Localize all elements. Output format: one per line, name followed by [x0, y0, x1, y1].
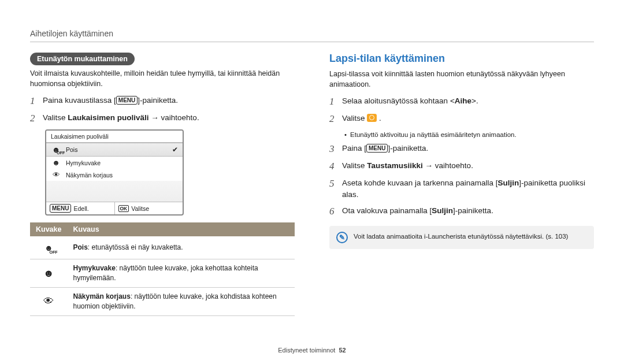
- left-column: Etunäytön mukauttaminen Voit ilmaista ku…: [30, 53, 295, 316]
- step-text: Ota valokuva painamalla [Suljin]-painike…: [342, 205, 493, 217]
- off-icon: ☻OFF: [51, 146, 61, 154]
- menu-badge-icon: MENU: [366, 144, 388, 153]
- table-header-icon: Kuvake: [30, 222, 67, 236]
- step-6: 6 Ota valokuva painamalla [Suljin]-paini…: [329, 205, 594, 218]
- bold-text: Laukaisimen puoliväli: [68, 113, 148, 122]
- text: ]-painiketta.: [138, 96, 178, 105]
- mock-row-selected[interactable]: ☻OFF Pois ✔: [46, 143, 183, 157]
- mock-row[interactable]: 👁 Näkymän korjaus: [46, 169, 183, 181]
- ok-badge-icon: OK: [118, 205, 129, 212]
- step-number: 2: [30, 112, 43, 125]
- step-text: Paina kuvaustilassa [MENU]-painiketta.: [43, 95, 178, 106]
- step-number: 5: [329, 177, 342, 190]
- step-text: Aseta kohde kuvaan ja tarkenna painamall…: [342, 177, 594, 200]
- step-2-bullet: • Etunäyttö aktivoituu ja näyttää esimää…: [344, 130, 594, 139]
- table-header-desc: Kuvaus: [67, 222, 295, 236]
- mock-ok-label: Valitse: [131, 205, 149, 212]
- cell-desc: Pois: etunäytössä ei näy kuvaketta.: [67, 236, 295, 259]
- bold-text: Pois: [73, 243, 87, 251]
- step-1: 1 Selaa aloitusnäytössä kohtaan <Aihe>.: [329, 95, 594, 108]
- mock-row-label: Pois: [66, 146, 168, 153]
- top-divider: [30, 42, 594, 42]
- text: Ota valokuva painamalla [: [342, 206, 432, 215]
- mock-bottom-bar: MENU Edell. OK Valitse: [46, 202, 183, 214]
- cell-desc: Hymykuvake: näyttöön tulee kuvake, joka …: [67, 259, 295, 288]
- text: Valitse: [342, 114, 367, 122]
- right-column: Lapsi-tilan käyttäminen Lapsi-tilassa vo…: [329, 53, 594, 316]
- info-text: Voit ladata animaatioita i-Launcherista …: [354, 232, 568, 241]
- step-number: 6: [329, 205, 342, 218]
- bold-text: Taustamusiikki: [367, 161, 423, 170]
- step-text: Valitse Taustamusiikki → vaihtoehto.: [342, 160, 473, 172]
- text: ]-painiketta.: [388, 144, 428, 153]
- bold-text: Suljin: [497, 179, 519, 187]
- text: Paina kuvaustilassa [: [43, 96, 116, 105]
- step-number: 1: [329, 95, 342, 108]
- bullet-icon: •: [344, 130, 347, 139]
- text: Aseta kohde kuvaan ja tarkenna painamall…: [342, 179, 497, 187]
- table-row: ☻ Hymykuvake: näyttöön tulee kuvake, jok…: [30, 259, 295, 288]
- bold-text: Näkymän korjaus: [73, 292, 130, 300]
- text: Paina [: [342, 144, 366, 153]
- step-text: Valitse .: [342, 113, 381, 124]
- camera-screen-mock: Laukaisimen puoliväli ☻OFF Pois ✔ ☻ Hymy…: [45, 129, 184, 216]
- text: ]-painiketta.: [453, 206, 493, 215]
- info-box: ✎ Voit ladata animaatioita i-Launcherist…: [329, 226, 594, 249]
- step-1: 1 Paina kuvaustilassa [MENU]-painiketta.: [30, 95, 295, 107]
- text: Valitse: [342, 161, 367, 170]
- step-2: 2 Valitse .: [329, 113, 594, 125]
- bullet-text: Etunäyttö aktivoituu ja näyttää esimääri…: [350, 130, 517, 139]
- text: : etunäytössä ei näy kuvaketta.: [88, 243, 183, 251]
- mock-ok-button[interactable]: OK Valitse: [114, 202, 183, 214]
- mode-chip-icon: [367, 114, 377, 122]
- menu-badge-icon: MENU: [116, 96, 138, 105]
- cell-desc: Näkymän korjaus: näyttöön tulee kuvake, …: [67, 287, 295, 315]
- mock-row-label: Hymykuvake: [66, 159, 178, 166]
- text: Valitse: [43, 113, 68, 122]
- section-heading: Lapsi-tilan käyttäminen: [329, 53, 594, 65]
- content-columns: Etunäytön mukauttaminen Voit ilmaista ku…: [30, 53, 594, 316]
- bold-text: Suljin: [432, 206, 453, 215]
- mock-title: Laukaisimen puoliväli: [46, 131, 183, 143]
- step-text: Valitse Laukaisimen puoliväli → vaihtoeh…: [43, 112, 199, 124]
- step-text: Paina [MENU]-painiketta.: [342, 143, 428, 154]
- mock-list: ☻OFF Pois ✔ ☻ Hymykuvake 👁 Näkymän korja…: [46, 143, 183, 181]
- check-icon: ✔: [172, 146, 178, 154]
- step-number: 1: [30, 95, 43, 107]
- mock-back-button[interactable]: MENU Edell.: [46, 202, 114, 214]
- cell-icon: ☻: [30, 259, 67, 288]
- table-row: ☻OFF Pois: etunäytössä ei näy kuvaketta.: [30, 236, 295, 259]
- menu-badge-icon: MENU: [50, 204, 71, 213]
- step-3: 3 Paina [MENU]-painiketta.: [329, 143, 594, 155]
- footer-page: 52: [339, 347, 346, 354]
- eye-icon: 👁: [51, 171, 61, 179]
- footer-label: Edistyneet toiminnot: [278, 347, 335, 354]
- text: → vaihtoehto.: [423, 161, 473, 170]
- breadcrumb: Aihetilojen käyttäminen: [30, 29, 594, 38]
- intro-text: Voit ilmaista kuvauskohteille, milloin h…: [30, 69, 295, 89]
- smiley-icon: ☻: [51, 159, 61, 166]
- table-row: 👁 Näkymän korjaus: näyttöön tulee kuvake…: [30, 287, 295, 315]
- page-footer: Edistyneet toiminnot 52: [0, 347, 624, 354]
- mock-row[interactable]: ☻ Hymykuvake: [46, 157, 183, 169]
- mock-spacer: [46, 181, 183, 202]
- bold-text: Hymykuvake: [73, 264, 115, 272]
- step-number: 2: [329, 113, 342, 125]
- step-5: 5 Aseta kohde kuvaan ja tarkenna painama…: [329, 177, 594, 200]
- icon-legend-table: Kuvake Kuvaus ☻OFF Pois: etunäytössä ei …: [30, 222, 295, 315]
- section-pill: Etunäytön mukauttaminen: [30, 53, 135, 65]
- text: → vaihtoehto.: [149, 113, 199, 122]
- step-text: Selaa aloitusnäytössä kohtaan <Aihe>.: [342, 95, 478, 107]
- cell-icon: ☻OFF: [30, 236, 67, 259]
- step-4: 4 Valitse Taustamusiikki → vaihtoehto.: [329, 160, 594, 173]
- mock-row-label: Näkymän korjaus: [66, 172, 178, 179]
- info-icon: ✎: [336, 232, 348, 243]
- mock-back-label: Edell.: [73, 205, 88, 212]
- step-number: 3: [329, 143, 342, 155]
- intro-text: Lapsi-tilassa voit kiinnittää lasten huo…: [329, 69, 594, 90]
- step-number: 4: [329, 160, 342, 173]
- cell-icon: 👁: [30, 287, 67, 315]
- step-2: 2 Valitse Laukaisimen puoliväli → vaihto…: [30, 112, 295, 125]
